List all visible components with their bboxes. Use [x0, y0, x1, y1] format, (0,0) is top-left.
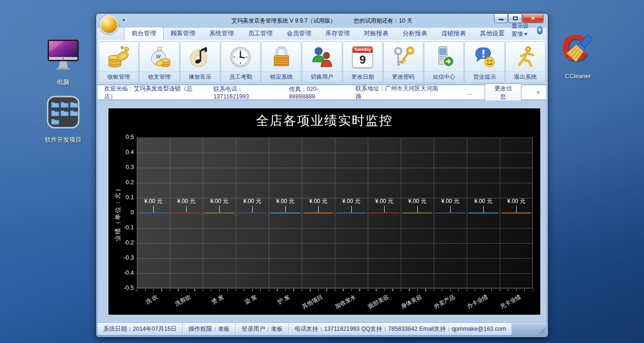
toolbar-button-label: 切换用户: [302, 72, 341, 82]
minimize-button[interactable]: [494, 14, 508, 23]
x-category-label: 洗剪吹: [173, 293, 192, 308]
chart-column: ¥.00 元: [203, 138, 236, 288]
maximize-icon: [513, 16, 518, 20]
app-window: 艾玛美发店务管理系统 V 9.9.7（试用版） 您的试用期还有：10 天 ▾ ✕…: [96, 13, 548, 337]
x-category-label: 其他项目: [301, 293, 324, 311]
quick-access-dropdown-icon[interactable]: ▾: [123, 17, 125, 23]
y-tick: -0.3: [111, 254, 134, 261]
exit-system-button[interactable]: 退出系统: [505, 41, 545, 83]
toolbar-button-label: 收银管理: [99, 72, 138, 82]
play-music-button[interactable]: 播放音乐: [180, 41, 220, 83]
x-category-label: 办卡业绩: [466, 293, 489, 311]
bar-series: [205, 212, 234, 213]
tab-inventory[interactable]: 库存管理: [318, 27, 357, 40]
calendar-icon: Tuesday 9: [343, 42, 382, 72]
resize-grip[interactable]: [539, 328, 545, 334]
x-category-label: 护 发: [276, 293, 291, 306]
tab-customers[interactable]: 顾客管理: [164, 27, 202, 40]
desktop-icon-devproject[interactable]: 软件开发项目: [41, 93, 86, 144]
chart-column: ¥.00 元: [236, 138, 269, 288]
x-category-label: 染 发: [243, 293, 258, 306]
performance-chart: 全店各项业绩实时监控 业绩（单位：元） 0.5 0.4 0.3 0.2 0.1 …: [108, 108, 541, 315]
title-bar[interactable]: 艾玛美发店务管理系统 V 9.9.7（试用版） 您的试用期还有：10 天: [96, 14, 548, 28]
tab-chain-reports[interactable]: 连锁报表: [434, 27, 473, 40]
toolbar-button-label: 锁定系统: [262, 72, 301, 82]
chat-smiley-icon: [465, 42, 504, 72]
fax-number: 传真：020-88888888: [289, 85, 342, 100]
bar-series: [139, 212, 168, 213]
desktop-icon-label: CCleaner: [555, 73, 601, 80]
money-bag-icon: W: [140, 42, 179, 72]
tab-system[interactable]: 系统管理: [202, 27, 241, 40]
change-date-button[interactable]: Tuesday 9 更改日期: [343, 41, 383, 83]
content-area: 全店各项业绩实时监控 业绩（单位：元） 0.5 0.4 0.3 0.2 0.1 …: [98, 100, 546, 322]
switch-user-button[interactable]: 切换用户: [302, 41, 342, 83]
chart-column: ¥.00 元: [269, 138, 302, 288]
desktop-icon-computer[interactable]: 电脑: [41, 36, 86, 87]
y-tick: 0: [111, 209, 134, 216]
window-title: 艾玛美发店务管理系统 V 9.9.7（试用版）: [231, 17, 336, 25]
data-label: ¥.00 元: [497, 197, 536, 205]
app-menu-orb-button[interactable]: [99, 15, 118, 34]
computer-icon: [41, 36, 86, 76]
music-disc-icon: [181, 42, 220, 72]
contact-phone: 联系电话：13711621993: [214, 85, 276, 100]
x-category-label: 外卖产品: [433, 293, 456, 311]
help-icon[interactable]: ?: [537, 26, 543, 34]
desktop-icon-ccleaner[interactable]: C CCleaner: [555, 30, 601, 80]
toolbar-button-label: 营业提示: [465, 72, 504, 82]
infobar-close-icon[interactable]: ✕: [535, 89, 542, 96]
ellipsis-icon: ...: [467, 90, 471, 96]
toolbar-button-label: 更改日期: [343, 72, 382, 82]
chart-columns: ¥.00 元 ¥.00 元 ¥.00 元 ¥.00 元 ¥.00 元 ¥.00 …: [137, 138, 533, 288]
edit-info-button[interactable]: 更改信息: [485, 83, 521, 102]
y-tick: 0.5: [111, 134, 134, 140]
chart-column: ¥.00 元: [467, 138, 500, 288]
svg-text:W: W: [156, 54, 161, 59]
toolbar-button-label: 员工考勤: [221, 72, 260, 82]
change-password-button[interactable]: 更改密码: [383, 41, 423, 83]
login-user: 登录用户：老板: [236, 323, 289, 335]
business-tips-button[interactable]: 营业提示: [464, 41, 504, 83]
y-tick: 0.2: [111, 179, 134, 186]
y-tick: 0.3: [111, 164, 134, 171]
display-settings-dropdown[interactable]: 显示设置项 ▾: [512, 22, 534, 38]
tab-reconcile-reports[interactable]: 对账报表: [357, 27, 396, 40]
lock-icon: [262, 42, 301, 72]
ribbon-toolbar: 收银管理 W 收支管理: [98, 41, 546, 85]
y-tick: 0.4: [111, 149, 134, 155]
attendance-button[interactable]: 员工考勤: [221, 41, 261, 83]
tab-staff[interactable]: 员工管理: [241, 27, 280, 40]
chart-column: ¥.00 元: [137, 138, 170, 288]
store-info-bar: 欢迎光临：艾玛美发造型连锁（总店） 联系电话：13711621993 传真：02…: [98, 85, 546, 100]
chart-column: ¥.00 元: [302, 138, 335, 288]
x-category-label: 烫 发: [210, 293, 225, 306]
tab-members[interactable]: 会员管理: [280, 27, 318, 40]
running-man-icon: [506, 42, 545, 72]
y-tick: 0.1: [111, 194, 134, 201]
chevron-down-icon: ▾: [524, 31, 527, 37]
contact-address: 联系地址：广州市天河区天河南路: [355, 85, 440, 101]
bar-series: [502, 212, 531, 213]
toolbar-button-label: 收支管理: [140, 72, 179, 82]
tab-analysis-reports[interactable]: 分析报表: [396, 27, 434, 40]
lock-system-button[interactable]: 锁定系统: [261, 41, 301, 83]
phone-sms-icon: [424, 42, 463, 72]
chart-column: ¥.00 元: [434, 138, 467, 288]
minimize-icon: [499, 19, 504, 20]
tab-other-settings[interactable]: 其他设置: [473, 27, 512, 40]
ccleaner-icon: C: [555, 30, 601, 71]
income-expense-button[interactable]: W 收支管理: [139, 41, 179, 83]
cashier-button[interactable]: 收银管理: [99, 41, 139, 83]
statusbar-right-pane: [512, 323, 546, 335]
folder-grid-icon: [41, 93, 86, 134]
chart-column: ¥.00 元: [335, 138, 368, 288]
y-tick: -0.4: [111, 270, 134, 276]
x-category-label: 面部美容: [367, 293, 390, 311]
chart-column: ¥.00 元: [500, 138, 533, 288]
sms-center-button[interactable]: 短信中心: [424, 41, 464, 83]
toolbar-button-label: 更改密码: [384, 72, 423, 82]
tab-front-desk[interactable]: 前台管理: [124, 27, 164, 40]
trial-remaining-text: 您的试用期还有：10 天: [354, 17, 413, 25]
bar-series: [370, 212, 399, 213]
